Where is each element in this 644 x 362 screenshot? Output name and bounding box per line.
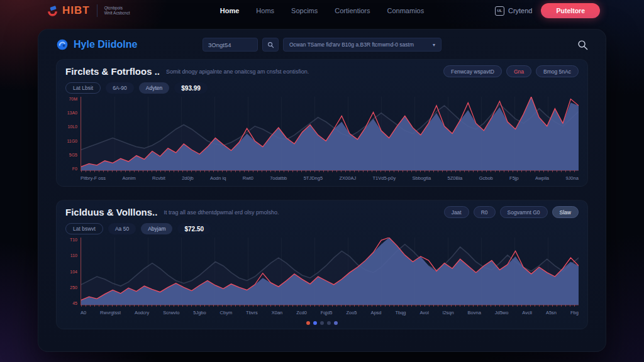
dashboard-title-group: Hyle Diidolne [56,38,203,51]
panel-action-button[interactable]: Bmog 5nAc [536,65,579,77]
filter-chip[interactable]: Abyjam [141,223,172,234]
search-input[interactable] [203,38,258,52]
panel-action-button[interactable]: Fenwcay wspavtD [443,65,502,77]
x-tick-label: Apsd [370,310,381,315]
x-tick-label: l2sqn [443,310,454,315]
y-tick-label: 110 [70,253,77,258]
brand-logo-icon [47,6,58,16]
market-select-value: Ocwan TSame fid'arv B10g a.B3R ftcmwmd-0… [289,41,414,48]
x-tick-label: Aonim [122,175,135,181]
dashboard-card: Hyle Diidolne Ocwan TSame fid'arv B10g a… [38,29,606,352]
filter-chip[interactable]: Lat bswvt [65,223,103,234]
global-search-icon[interactable] [577,40,588,50]
wallet-label: Crytend [508,7,533,14]
x-tick-label: Jd5wo [495,310,509,315]
y-tick-label: T10 [70,238,77,242]
dashboard-title-icon [56,38,69,51]
market-select-dropdown[interactable]: Ocwan TSame fid'arv B10g a.B3R ftcmwmd-0… [283,38,441,52]
x-tick-label: Bovna [468,310,481,315]
search-button[interactable] [262,38,279,52]
main-nav: HomeHomsSopcimsCortientiorsConmamios [220,0,424,21]
x-tick-label: Aodn iq [210,175,226,181]
y-tick-label: 5G5 [69,153,77,157]
filter-chip[interactable]: $93.99 [174,82,208,94]
x-tick-label: 5Jgbo [193,310,206,315]
x-tick-label: X0an [272,310,283,315]
x-tick-label: Scrwvlo [163,310,179,315]
primary-cta-button[interactable]: Puteltore [541,3,600,18]
panel1-title: Firclets & Fotrfloos .. [65,66,160,77]
panel1-filters: Lat Lbsit6A-90Adyten$93.99 [65,82,579,94]
chart2-area: T1011010425045 [65,238,579,305]
chart2-svg [81,238,579,305]
pagination-dot[interactable] [334,321,338,325]
panel-action-button[interactable]: Slaw [552,206,579,218]
chart1-plot[interactable] [80,97,579,171]
panel-action-button[interactable]: Jaat [444,206,469,218]
search-icon [267,41,274,48]
x-tick-label: Gcbob [479,175,493,181]
y-tick-label: 11G0 [67,139,77,143]
y-tick-label: 13A0 [67,111,77,115]
app-window: HIBT Qtcnbpois Wnlt Acsbcnct HomeHomsSop… [0,0,644,362]
filter-chip[interactable]: Aa 50 [108,223,136,234]
carousel-pagination [65,321,579,325]
wallet-link[interactable]: UL Crytend [495,6,533,16]
panel2-filters: Lat bswvtAa 50Abyjam$72.50 [65,223,579,234]
chart1-x-axis-labels: Pitbry-F ossAonimRcvbit2d0jbAodn iqRwt07… [80,175,579,181]
chart1-svg [81,97,579,170]
nav-item[interactable]: Sopcims [291,7,318,14]
brand-logo[interactable]: HIBT Qtcnbpois Wnlt Acsbcnct [47,0,130,21]
panel-firclets: Firclets & Fotrfloos .. Somit dnogy apig… [56,59,588,187]
panel2-actions: JaatR0Sogvamnt G0Slaw [444,206,579,218]
x-tick-label: Aodcry [135,310,149,315]
nav-item[interactable]: Home [220,7,240,14]
x-tick-label: 2d0jb [182,175,193,181]
y-tick-label: 104 [70,270,77,274]
pagination-dot[interactable] [306,321,310,325]
x-tick-label: ZX00AJ [339,175,356,181]
panel1-actions: Fenwcay wspavtDGnaBmog 5nAc [443,65,579,77]
x-tick-label: 5TJDng5 [304,175,323,181]
y-tick-label: 250 [70,285,77,290]
x-tick-label: Tbqg [395,310,406,315]
panel1-subtitle: Somit dnogy apigalnte ane onaitcsg am cn… [166,69,309,75]
nav-item[interactable]: Conmamios [387,7,425,14]
chart2-plot[interactable] [80,238,579,305]
x-tick-label: Rwvrgtsst [100,310,121,315]
x-tick-label: Zcd0 [296,310,307,315]
chart2-x-axis-labels: A0RwvrgtsstAodcryScrwvlo5JgboCbymTbvrsX0… [80,310,579,315]
filter-chip[interactable]: Lat Lbsit [65,82,101,94]
x-tick-label: Rwt0 [243,175,253,181]
x-tick-label: Tbvrs [246,310,258,315]
x-tick-label: Cbym [220,310,233,315]
brand-name: HIBT [62,4,90,17]
filter-chip[interactable]: $72.50 [177,223,211,234]
panel1-header: Firclets & Fotrfloos .. Somit dnogy apig… [65,65,579,77]
nav-item[interactable]: Homs [256,7,274,14]
x-tick-label: A0 [80,310,86,315]
wallet-icon: UL [495,6,504,16]
x-tick-label: T1Vd5-p0y [373,175,396,181]
y-tick-label: 10L0 [67,124,77,129]
panel-action-button[interactable]: Sogvamnt G0 [500,206,548,218]
y-tick-label: F0 [72,167,77,171]
pagination-dot[interactable] [320,321,324,325]
logo-divider [97,4,97,17]
filter-chip[interactable]: Adyten [139,82,169,94]
y-tick-label: 70M [69,97,77,101]
dashboard-header: Hyle Diidolne Ocwan TSame fid'arv B10g a… [38,30,606,55]
brand-tagline: Qtcnbpois Wnlt Acsbcnct [104,6,130,16]
panel-action-button[interactable]: Gna [506,65,531,77]
panel-action-button[interactable]: R0 [474,206,496,218]
x-tick-label: 7odatbb [270,175,287,181]
x-tick-label: Avol [419,310,428,315]
top-navigation-bar: HIBT Qtcnbpois Wnlt Acsbcnct HomeHomsSop… [0,0,644,21]
pagination-dot[interactable] [313,321,317,325]
nav-item[interactable]: Cortientiors [335,7,370,14]
search-group: Ocwan TSame fid'arv B10g a.B3R ftcmwmd-0… [203,38,441,52]
panel2-subtitle: It trag all ase dthentdpwmal erd olsy pm… [164,209,279,216]
x-tick-label: A5sn [546,310,557,315]
filter-chip[interactable]: 6A-90 [106,82,134,94]
pagination-dot[interactable] [327,321,331,325]
